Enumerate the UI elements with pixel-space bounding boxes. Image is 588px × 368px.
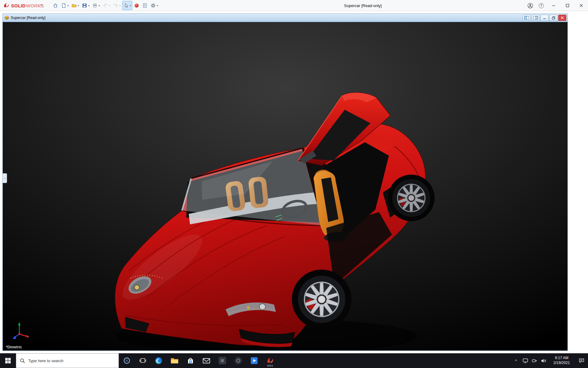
network-tray-button[interactable] [530,353,539,368]
save-button[interactable]: ▾ [81,1,91,10]
triad-y-axis [18,322,21,325]
document-properties-icon [142,3,148,8]
caret-down-icon[interactable]: ▾ [67,4,69,7]
solidworks-taskbar-icon [266,357,274,365]
car-3d-scene[interactable] [3,22,567,351]
menu-flyout-icon[interactable]: ▸ [41,3,42,6]
open-folder-icon [71,3,77,8]
app-title: Supercar [Read-only] [344,0,382,11]
options-button[interactable]: ▾ [149,1,159,10]
pinned-app-1-button[interactable] [214,353,230,368]
windows-logo-icon [5,358,11,364]
close-icon [579,4,583,7]
cortana-button[interactable] [119,353,135,368]
volume-tray-button[interactable] [539,353,548,368]
print-icon [92,3,98,8]
search-input[interactable] [28,358,108,363]
new-document-button[interactable]: ▾ [60,1,70,10]
tray-expand-button[interactable]: ^ [511,353,521,368]
edge-button[interactable] [151,353,167,368]
maximize-button[interactable] [560,0,574,11]
microsoft-store-icon [187,357,194,364]
restore-icon [552,16,555,20]
gear-icon [150,3,156,8]
close-icon [561,16,564,19]
account-button[interactable] [525,0,536,11]
start-button[interactable] [0,353,16,368]
undo-icon [103,3,108,8]
action-center-button[interactable] [575,353,588,368]
select-tool-button[interactable]: ▾ [122,1,132,10]
display-tray-button[interactable] [521,353,530,368]
help-button[interactable]: ? [536,0,547,11]
taskbar-search[interactable] [16,353,119,368]
cortana-icon [123,357,130,364]
home-button[interactable] [51,1,59,10]
redo-button[interactable]: ▾ [112,1,122,10]
pane-split-left-button[interactable] [523,15,531,21]
mail-button[interactable] [198,353,214,368]
save-icon [82,3,87,8]
document-title: Supercar [Read-only] [11,16,45,20]
document-titlebar[interactable]: Supercar [Read-only] [3,14,567,22]
pane-split-right-icon [533,16,538,20]
document-minimize-button[interactable] [541,15,548,21]
solidworks-logo: SOLID WORKS [3,0,44,11]
clock-date: 2/19/2021 [553,361,570,366]
open-button[interactable]: ▾ [70,1,80,10]
pinned-app-3-button[interactable] [246,353,262,368]
document-restore-button[interactable] [549,15,557,21]
microsoft-store-button[interactable] [183,353,198,368]
app-client-area: Supercar [Read-only] [0,11,588,353]
solidworks-taskbar-button[interactable]: 2021 [262,353,278,368]
3dexperience-button[interactable] [133,1,141,10]
document-window: Supercar [Read-only] [2,13,568,351]
windows-taskbar: 2021 ^ [0,353,588,368]
file-explorer-icon [171,357,179,364]
mail-icon [202,357,210,364]
solidworks-year-badge: 2021 [267,364,273,367]
print-button[interactable]: ▾ [91,1,101,10]
pane-split-left-icon [524,16,529,20]
front-wheel[interactable] [297,275,346,324]
taskbar-clock[interactable]: 9:17 AM 2/19/2021 [548,353,575,368]
pane-split-right-button[interactable] [532,15,540,21]
graphics-viewport[interactable]: ‹ *Dimetric [3,22,567,351]
minimize-button[interactable] [547,0,560,11]
caret-down-icon[interactable]: ▾ [130,4,131,7]
select-cursor-icon [123,3,129,8]
caret-down-icon[interactable]: ▾ [109,4,110,7]
file-explorer-button[interactable] [167,353,183,368]
solidworks-logo-icon [3,2,10,9]
task-view-icon [139,357,146,364]
solidworks-app-window: SOLID WORKS ▸ ▾ [0,0,588,368]
brand-text-solid: SOLID [11,3,26,8]
pinned-app-2-icon [234,357,242,365]
main-toolbar: ▾ ▾ ▾ [51,0,159,11]
new-document-icon [61,3,66,8]
document-close-button[interactable] [558,15,566,21]
pinned-app-1-icon [218,357,226,365]
close-button[interactable] [574,0,588,11]
pinned-app-2-button[interactable] [230,353,246,368]
titlebar-right-controls: ? [525,0,588,11]
action-center-icon [579,358,584,363]
panel-collapse-icon: ‹ [4,176,6,180]
document-properties-button[interactable] [141,1,149,10]
caret-down-icon[interactable]: ▾ [119,4,121,7]
collapsed-panel-tab[interactable]: ‹ [3,173,7,183]
maximize-icon [566,4,569,7]
document-window-controls [523,15,566,21]
caret-down-icon[interactable]: ▾ [157,4,158,7]
chevron-up-icon: ^ [515,358,517,363]
view-orientation-label: *Dimetric [6,345,22,349]
undo-button[interactable]: ▾ [101,1,111,10]
system-tray: ^ 9:1 [511,353,588,368]
caret-down-icon[interactable]: ▾ [99,4,100,7]
home-icon [53,3,58,8]
caret-down-icon[interactable]: ▾ [78,4,79,7]
pinned-app-3-icon [250,357,258,365]
caret-down-icon[interactable]: ▾ [88,4,89,7]
clock-time: 9:17 AM [555,356,568,361]
task-view-button[interactable] [135,353,151,368]
